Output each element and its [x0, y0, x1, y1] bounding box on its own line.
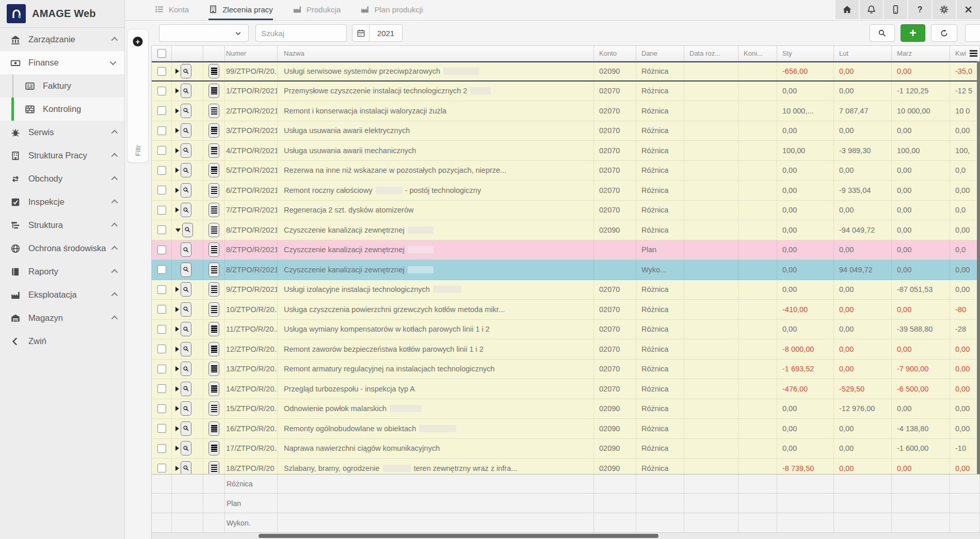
tab-plan-produkcji[interactable]: Plan produkcji: [360, 0, 423, 20]
add-filter-button[interactable]: +: [133, 37, 143, 46]
search-input[interactable]: [256, 25, 346, 41]
expand-row-icon[interactable]: [175, 366, 179, 371]
row-checkbox[interactable]: [157, 424, 166, 433]
row-detail-button[interactable]: [181, 421, 191, 436]
tab-produkcja[interactable]: Produkcja: [293, 0, 341, 20]
device-button[interactable]: [884, 0, 907, 19]
row-list-button[interactable]: [208, 64, 219, 78]
row-detail-button[interactable]: [181, 382, 191, 396]
vertical-scrollbar-thumb[interactable]: [977, 61, 980, 474]
row-checkbox[interactable]: [157, 87, 166, 95]
row-checkbox[interactable]: [157, 404, 166, 413]
tab-konta[interactable]: Konta: [155, 0, 189, 20]
tab-zlecenia-pracy[interactable]: Zlecenia pracy: [208, 0, 273, 20]
year-picker[interactable]: 2021: [352, 24, 403, 42]
home-button[interactable]: [836, 0, 859, 19]
column-header-koni[interactable]: Koni...: [738, 46, 777, 61]
sidebar-item-zwin[interactable]: Zwiń: [0, 330, 124, 353]
table-row[interactable]: 1/ZTPO/R/2021Przemysłowe czyszczenie ins…: [152, 81, 980, 102]
row-list-button[interactable]: [208, 143, 219, 158]
expand-row-icon[interactable]: [175, 108, 179, 113]
row-list-button[interactable]: [208, 401, 219, 416]
row-checkbox[interactable]: [157, 67, 166, 76]
horizontal-scrollbar-thumb[interactable]: [259, 534, 658, 538]
bell-button[interactable]: [860, 0, 883, 19]
row-list-button[interactable]: [208, 421, 219, 436]
sidebar-item-ochrona-srodowiska[interactable]: Ochrona środowiska: [0, 237, 124, 260]
table-row[interactable]: 3/ZTPO/R/2021Usługa usuwania awarii elek…: [152, 121, 980, 141]
row-list-button[interactable]: [208, 84, 219, 98]
expand-row-icon[interactable]: [175, 446, 179, 451]
row-detail-button[interactable]: [181, 302, 191, 317]
row-checkbox[interactable]: [157, 305, 166, 314]
table-row[interactable]: 8/ZTPO/R/2021Czyszczenie kanalizacji zew…: [152, 240, 980, 260]
table-row[interactable]: 8/ZTPO/R/2021Czyszczenie kanalizacji zew…: [152, 220, 980, 240]
help-button[interactable]: ?: [908, 0, 931, 19]
table-row[interactable]: 2/ZTPO/R/2021Remont i konserwacja instal…: [152, 101, 980, 121]
table-row[interactable]: 10/ZTPO/R/20...Usługa czyszczenia powier…: [152, 300, 980, 320]
row-checkbox[interactable]: [157, 246, 166, 254]
expand-row-icon[interactable]: [175, 69, 179, 74]
sidebar-item-inspekcje[interactable]: Inspekcje: [0, 190, 124, 214]
vertical-scrollbar[interactable]: [977, 61, 980, 474]
row-detail-button[interactable]: [181, 401, 191, 416]
sidebar-item-obchody[interactable]: Obchody: [0, 167, 124, 190]
expand-row-icon[interactable]: [175, 128, 179, 133]
table-row[interactable]: 12/ZTPO/R/20...Remont zaworów bezpieczeń…: [152, 339, 980, 360]
horizontal-scrollbar[interactable]: [152, 533, 980, 539]
expand-row-icon[interactable]: [175, 307, 179, 312]
sidebar-item-finanse[interactable]: Finanse: [0, 51, 124, 74]
expand-row-icon[interactable]: [175, 326, 179, 332]
table-row[interactable]: 99/ZTPO/R/20...Usługi serwisowe systemów…: [152, 61, 980, 81]
row-checkbox[interactable]: [157, 384, 166, 393]
table-row[interactable]: 15/ZTPO/R/20...Odnowienie powłok malarsk…: [152, 399, 980, 419]
row-list-button[interactable]: [208, 242, 219, 257]
table-row[interactable]: 8/ZTPO/R/2021Czyszczenie kanalizacji zew…: [152, 260, 980, 280]
sidebar-item-kontroling[interactable]: Kontroling: [0, 97, 124, 121]
filter-dropdown[interactable]: [159, 24, 249, 42]
row-checkbox[interactable]: [157, 285, 166, 294]
table-row[interactable]: 17/ZTPO/R/20...Naprawa nawierzchni ciągó…: [152, 439, 980, 459]
row-detail-button[interactable]: [181, 183, 191, 198]
expand-row-icon[interactable]: [175, 188, 179, 193]
expand-row-icon[interactable]: [175, 88, 179, 93]
table-row[interactable]: 14/ZTPO/R/20...Przegląd turbozespołu - i…: [152, 379, 980, 399]
row-detail-button[interactable]: [181, 461, 191, 474]
table-row[interactable]: 9/ZTPO/R/2021Usługi izolacyjne instalacj…: [152, 280, 980, 300]
expand-row-icon[interactable]: [175, 426, 179, 431]
expand-row-icon[interactable]: [175, 466, 179, 471]
collapse-row-icon[interactable]: [175, 228, 181, 232]
table-row[interactable]: 11/ZTPO/R/20...Usługa wymiany kompensato…: [152, 320, 980, 340]
column-header-konto[interactable]: Konto: [594, 46, 636, 61]
row-list-button[interactable]: [208, 322, 219, 336]
row-detail-button[interactable]: [181, 362, 191, 376]
row-list-button[interactable]: [208, 362, 219, 376]
sidebar-item-magazyn[interactable]: Magazyn: [0, 306, 124, 330]
row-list-button[interactable]: [208, 104, 219, 118]
row-list-button[interactable]: [208, 163, 219, 177]
table-row[interactable]: 13/ZTPO/R/20...Remont armatury regulacyj…: [152, 360, 980, 380]
sidebar-item-struktura[interactable]: Struktura: [0, 214, 124, 237]
more-button[interactable]: [965, 24, 980, 42]
row-checkbox[interactable]: [157, 365, 166, 373]
table-row[interactable]: 18/ZTPO/R/20Szlabany, bramy, ogrodzenie …: [152, 459, 980, 474]
row-checkbox[interactable]: [157, 106, 166, 115]
row-list-button[interactable]: [208, 302, 219, 317]
row-detail-button[interactable]: [181, 203, 191, 217]
column-header-nazwa[interactable]: Nazwa: [278, 46, 594, 61]
row-detail-button[interactable]: [181, 163, 191, 177]
column-menu-icon[interactable]: [970, 50, 977, 57]
row-detail-button[interactable]: [181, 263, 191, 277]
row-detail-button[interactable]: [182, 223, 193, 237]
row-checkbox[interactable]: [157, 464, 166, 472]
column-header-sty[interactable]: Sty: [777, 46, 834, 61]
row-detail-button[interactable]: [181, 143, 191, 158]
table-row[interactable]: 4/ZTPO/R/2021Usługa usuwania awarii mech…: [152, 141, 980, 161]
row-checkbox[interactable]: [157, 444, 166, 453]
expand-row-icon[interactable]: [175, 347, 179, 352]
row-detail-button[interactable]: [181, 282, 191, 297]
row-detail-button[interactable]: [181, 322, 191, 336]
add-button[interactable]: +: [901, 24, 925, 42]
row-detail-button[interactable]: [181, 342, 191, 356]
row-detail-button[interactable]: [181, 84, 191, 98]
